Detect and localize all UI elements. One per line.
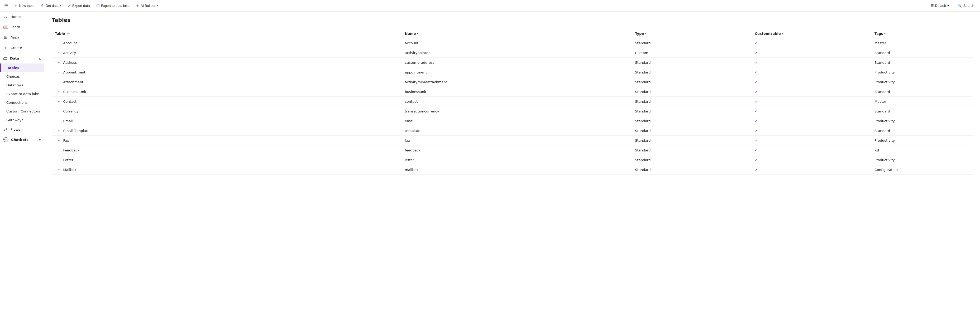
sidebar-section-data[interactable]: 🗃 Data ▲ — [0, 53, 44, 63]
cell-type-9: Standard — [632, 126, 752, 136]
table-row: ··· Feedback feedback Standard ✓ KB — [52, 146, 973, 155]
cell-name-9: template — [402, 126, 632, 136]
cell-name-10: fax — [402, 136, 632, 146]
check-icon: ✓ — [755, 128, 758, 133]
cell-name-1: activitypointer — [402, 48, 632, 58]
row-dots-5[interactable]: ··· — [55, 89, 62, 94]
create-icon: ＋ — [3, 45, 8, 51]
col-header-name[interactable]: Name ▾ — [402, 30, 632, 38]
cell-table-3: ··· Appointment — [52, 67, 402, 77]
cell-type-8: Standard — [632, 116, 752, 126]
sidebar-item-flows[interactable]: ⇄ Flows — [0, 124, 44, 135]
row-dots-9[interactable]: ··· — [55, 128, 62, 133]
default-caret: ▾ — [947, 4, 949, 8]
row-dots-11[interactable]: ··· — [55, 148, 62, 153]
cell-tags-10: Productivity — [871, 136, 973, 146]
sidebar-item-create-label: Create — [11, 46, 22, 50]
export-data-lake-label: Export to data lake — [101, 4, 129, 8]
default-label: Default — [935, 4, 946, 8]
sidebar-item-choices-label: Choices — [6, 74, 20, 79]
row-dots-1[interactable]: ··· — [55, 50, 62, 55]
sidebar-item-export-data-lake[interactable]: Export to data lake — [0, 90, 44, 98]
cell-tags-5: Standard — [871, 87, 973, 97]
sidebar-item-custom-connectors-label: Custom Connectors — [6, 109, 40, 113]
default-button[interactable]: ☰ Default ▾ — [928, 2, 952, 9]
check-icon: ✓ — [755, 70, 758, 74]
cell-tags-3: Productivity — [871, 67, 973, 77]
table-row: ··· Mailbox mailbox Standard ✓ Configura… — [52, 165, 973, 174]
row-dots-12[interactable]: ··· — [55, 157, 62, 163]
sidebar-item-choices[interactable]: Choices — [0, 72, 44, 81]
col-customizable-label: Customizable — [755, 32, 781, 36]
sidebar-item-home-label: Home — [11, 15, 21, 19]
cell-table-7: ··· Currency — [52, 106, 402, 116]
row-dots-10[interactable]: ··· — [55, 138, 62, 143]
export-data-button[interactable]: ↗ Export data — [65, 2, 92, 10]
col-type-caret: ▾ — [645, 32, 646, 35]
sidebar-item-custom-connectors[interactable]: Custom Connectors — [0, 107, 44, 116]
row-dots-0[interactable]: ··· — [55, 41, 62, 46]
sidebar-item-create[interactable]: ＋ Create — [0, 43, 44, 53]
new-table-label: New table — [19, 4, 34, 8]
sidebar-item-tables[interactable]: Tables — [0, 63, 44, 72]
sidebar-item-chatbots[interactable]: 💬 Chatbots ▼ — [0, 135, 44, 145]
sidebar-item-apps-label: Apps — [11, 35, 19, 39]
ai-builder-caret: ▾ — [157, 4, 158, 7]
cell-tags-6: Master — [871, 97, 973, 106]
get-data-label: Get data — [45, 4, 59, 8]
cell-type-13: Standard — [632, 165, 752, 174]
cell-customizable-1: ✓ — [752, 48, 871, 58]
new-table-button[interactable]: ＋ New table — [11, 2, 37, 10]
learn-icon: 📖 — [3, 24, 8, 30]
check-icon: ✓ — [755, 158, 758, 162]
row-dots-2[interactable]: ··· — [55, 60, 62, 65]
table-row: ··· Business Unit businessunit Standard … — [52, 87, 973, 97]
sidebar-item-gateways[interactable]: Gateways — [0, 116, 44, 124]
cell-customizable-10: ✓ — [752, 136, 871, 146]
cell-customizable-7: ✓ — [752, 106, 871, 116]
cell-name-5: businessunit — [402, 87, 632, 97]
cell-name-8: email — [402, 116, 632, 126]
get-data-icon: 🗄 — [41, 4, 44, 8]
col-customizable-caret: ▾ — [782, 32, 783, 35]
row-dots-6[interactable]: ··· — [55, 99, 62, 104]
col-name-caret: ▾ — [417, 32, 418, 35]
col-header-table[interactable]: Table ↑ ▾ — [52, 30, 402, 38]
menu-icon[interactable]: ☰ — [2, 2, 10, 10]
check-icon: ✓ — [755, 119, 758, 123]
sidebar-item-apps[interactable]: ⊞ Apps — [0, 32, 44, 43]
cell-table-10: ··· Fax — [52, 136, 402, 146]
sidebar-item-learn[interactable]: 📖 Learn — [0, 22, 44, 32]
cell-customizable-9: ✓ — [752, 126, 871, 136]
cell-table-6: ··· Contact — [52, 97, 402, 106]
row-dots-13[interactable]: ··· — [55, 167, 62, 172]
get-data-button[interactable]: 🗄 Get data ▾ — [38, 2, 64, 9]
cell-type-10: Standard — [632, 136, 752, 146]
search-button[interactable]: 🔍 Search — [954, 2, 978, 9]
row-dots-7[interactable]: ··· — [55, 109, 62, 114]
row-dots-4[interactable]: ··· — [55, 79, 62, 84]
col-header-customizable[interactable]: Customizable ▾ — [752, 30, 871, 38]
page-title: Tables — [52, 17, 973, 23]
data-collapse-icon: ▲ — [39, 57, 41, 60]
search-icon: 🔍 — [958, 4, 962, 8]
col-table-label: Table — [55, 32, 65, 36]
ai-builder-button[interactable]: ✦ AI Builder ▾ — [133, 2, 161, 10]
default-icon: ☰ — [931, 4, 934, 8]
cell-type-7: Standard — [632, 106, 752, 116]
sidebar-item-connections[interactable]: Connections — [0, 98, 44, 107]
cell-tags-13: Configuration — [871, 165, 973, 174]
col-header-tags[interactable]: Tags ▾ — [871, 30, 973, 38]
sidebar-item-home[interactable]: ⌂ Home — [0, 11, 44, 22]
row-dots-8[interactable]: ··· — [55, 119, 62, 124]
table-row: ··· Contact contact Standard ✓ Master — [52, 97, 973, 106]
cell-name-3: appointment — [402, 67, 632, 77]
export-data-lake-button[interactable]: ⬡ Export to data lake — [94, 2, 132, 10]
cell-customizable-12: ✓ — [752, 155, 871, 165]
col-header-type[interactable]: Type ▾ — [632, 30, 752, 38]
sidebar-item-dataflows[interactable]: Dataflows — [0, 81, 44, 90]
cell-tags-9: Standard — [871, 126, 973, 136]
cell-name-0: account — [402, 38, 632, 48]
col-tags-label: Tags — [875, 32, 883, 36]
row-dots-3[interactable]: ··· — [55, 70, 62, 75]
